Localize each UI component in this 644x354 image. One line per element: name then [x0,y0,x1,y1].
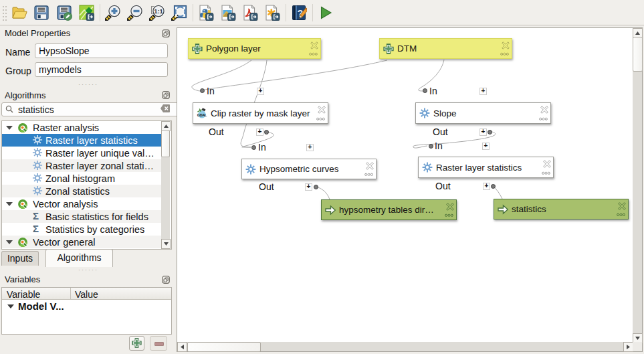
svg-text:GDAL: GDAL [197,113,207,117]
svg-text:1:1: 1:1 [154,7,163,15]
